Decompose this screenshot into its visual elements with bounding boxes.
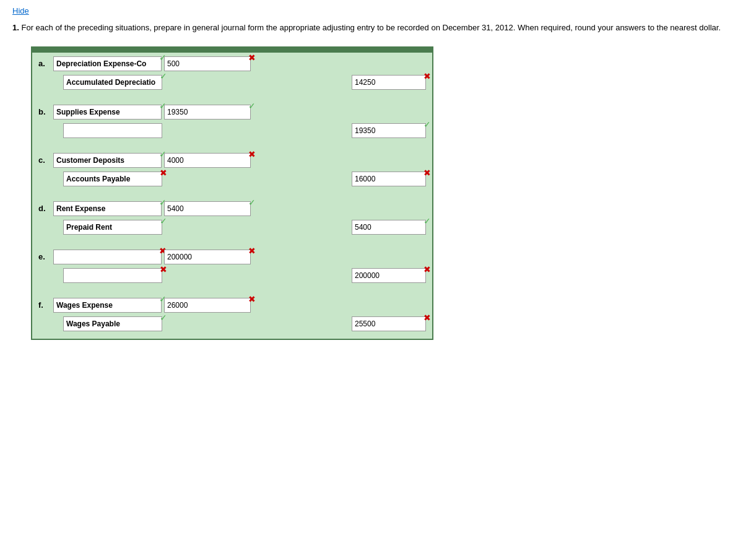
entry-section-c: c. ✓ ✖ ✖ ✖ [32,149,432,194]
entry-c-debit-account-wrapper: ✓ [53,153,162,168]
instructions: 1. For each of the preceding situations,… [12,22,743,34]
entry-a-debit-amount-wrapper: ✖ [164,56,251,71]
entry-e-credit-amount-wrapper: ✖ [352,268,426,283]
entry-f-label: f. [38,300,51,310]
entry-d-credit-account-check-icon: ✓ [160,216,167,226]
entry-d-credit-amount-wrapper: ✓ [352,220,426,235]
entry-a-credit-account-check-icon: ✓ [160,71,167,81]
entry-section-a: a. ✓ ✖ ✓ ✖ [32,53,432,97]
entry-a-credit-amount-x-icon[interactable]: ✖ [424,71,431,81]
entry-a-debit-account[interactable] [53,56,162,71]
entry-a-label: a. [38,59,51,68]
entry-f-debit-row: f. ✓ ✖ [38,298,426,313]
entry-c-credit-row: ✖ ✖ [63,172,426,186]
entry-a-credit-amount-wrapper: ✖ [352,75,426,90]
entry-d-label: d. [38,204,51,213]
entry-b-credit-amount-wrapper: ✓ [352,123,426,138]
entry-f-debit-account[interactable] [53,298,162,313]
entry-e-credit-amount[interactable] [352,268,426,283]
entry-c-label: c. [38,155,51,165]
entry-d-credit-amount[interactable] [352,220,426,235]
entry-a-debit-account-wrapper: ✓ [53,56,162,71]
entry-section-e: e. ✖ ✖ ✖ ✖ [32,246,432,290]
entry-d-debit-account[interactable] [53,201,162,216]
entry-c-debit-row: c. ✓ ✖ [38,153,426,168]
entry-d-debit-amount[interactable] [164,201,251,216]
entry-b-debit-account-wrapper: ✓ [53,105,162,120]
table-header-bar [32,48,432,53]
entry-section-b: b. ✓ ✓ ✓ [32,101,432,146]
entry-section-d: d. ✓ ✓ ✓ ✓ [32,198,432,242]
entry-c-credit-amount[interactable] [352,172,426,186]
entry-a-credit-amount[interactable] [352,75,426,90]
entry-e-credit-account[interactable] [63,268,162,283]
entry-b-debit-amount-wrapper: ✓ [164,105,251,120]
entry-c-credit-account-x-icon[interactable]: ✖ [160,168,167,178]
entry-b-debit-row: b. ✓ ✓ [38,105,426,120]
entry-f-credit-amount[interactable] [352,316,426,331]
entry-a-credit-account-wrapper: ✓ [63,75,162,90]
entry-b-credit-amount-check-icon: ✓ [424,120,431,129]
entry-a-credit-row: ✓ ✖ [63,75,426,90]
entry-c-debit-amount-wrapper: ✖ [164,153,251,168]
instruction-number: 1. [12,23,19,32]
entry-b-label: b. [38,107,51,116]
entry-a-credit-account[interactable] [63,75,162,90]
entry-a-debit-amount-x-icon[interactable]: ✖ [248,53,256,63]
entry-c-credit-account[interactable] [63,172,162,186]
entry-f-debit-account-wrapper: ✓ [53,298,162,313]
hide-link[interactable]: Hide [12,6,29,15]
entry-c-credit-amount-wrapper: ✖ [352,172,426,186]
entry-e-credit-account-x-icon[interactable]: ✖ [160,264,167,274]
entry-e-debit-amount-wrapper: ✖ [164,250,251,264]
entry-c-credit-account-wrapper: ✖ [63,172,162,186]
entry-b-debit-account[interactable] [53,105,162,120]
entry-d-credit-amount-check-icon: ✓ [424,216,431,226]
entry-d-credit-account-wrapper: ✓ [63,220,162,235]
entry-e-credit-row: ✖ ✖ [63,268,426,283]
entry-f-credit-account-check-icon: ✓ [160,313,167,323]
entry-e-debit-row: e. ✖ ✖ [38,250,426,264]
entry-c-credit-amount-x-icon[interactable]: ✖ [424,168,431,178]
entry-f-credit-amount-wrapper: ✖ [352,316,426,331]
entry-d-credit-row: ✓ ✓ [63,220,426,235]
entry-e-debit-amount-x-icon[interactable]: ✖ [248,246,256,256]
entry-a-debit-amount[interactable] [164,56,251,71]
entry-c-debit-amount[interactable] [164,153,251,168]
entry-e-credit-amount-x-icon[interactable]: ✖ [424,264,431,274]
entry-e-debit-amount[interactable] [164,250,251,264]
entry-e-label: e. [38,252,51,261]
entry-b-credit-account-wrapper [63,123,162,138]
entry-section-f: f. ✓ ✖ ✓ ✖ [32,294,432,339]
entry-b-credit-account[interactable] [63,123,162,138]
entry-b-debit-amount[interactable] [164,105,251,120]
entry-c-debit-amount-x-icon[interactable]: ✖ [248,149,256,159]
entry-d-credit-account[interactable] [63,220,162,235]
entry-d-debit-amount-wrapper: ✓ [164,201,251,216]
entry-b-credit-row: ✓ [63,123,426,138]
entry-d-debit-amount-check-icon: ✓ [248,198,256,207]
entry-f-debit-amount-wrapper: ✖ [164,298,251,313]
entry-f-credit-account[interactable] [63,316,162,331]
entry-c-debit-account[interactable] [53,153,162,168]
entry-f-credit-amount-x-icon[interactable]: ✖ [424,313,431,323]
entry-e-debit-account-wrapper: ✖ [53,250,162,264]
entry-f-debit-amount-x-icon[interactable]: ✖ [248,294,256,304]
entry-d-debit-row: d. ✓ ✓ [38,201,426,216]
entry-e-debit-account[interactable] [53,250,162,264]
entry-f-credit-row: ✓ ✖ [63,316,426,331]
journal-table: a. ✓ ✖ ✓ ✖ b. [31,46,433,340]
entry-e-credit-account-wrapper: ✖ [63,268,162,283]
instruction-text: For each of the preceding situations, pr… [21,23,721,32]
entry-f-credit-account-wrapper: ✓ [63,316,162,331]
entry-b-credit-amount[interactable] [352,123,426,138]
entry-a-debit-row: a. ✓ ✖ [38,56,426,71]
entry-d-debit-account-wrapper: ✓ [53,201,162,216]
entry-f-debit-amount[interactable] [164,298,251,313]
entry-b-debit-amount-check-icon: ✓ [248,101,256,111]
